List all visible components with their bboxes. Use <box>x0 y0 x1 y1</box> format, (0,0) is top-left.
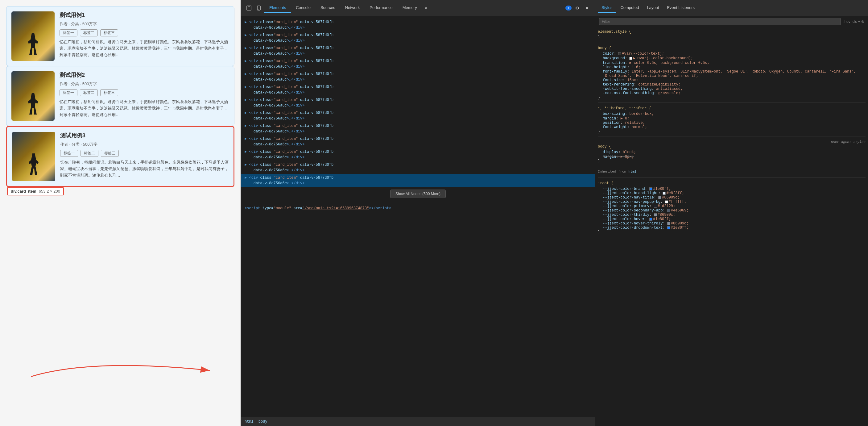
tab-memory[interactable]: Memory <box>398 3 422 13</box>
tab-elements[interactable]: Elements <box>265 3 291 13</box>
style-block: :root {--jjext-color-brand: #1e80ff;--jj… <box>598 181 866 237</box>
show-all-nodes-button[interactable]: Show All Nodes (500 More) <box>390 190 446 198</box>
style-property: color: ■var(--color-text); <box>603 52 866 56</box>
card-description: 忆在广陵初，移船问相识。君骑白马天上来，手把铜章好颜色。东风袅袅吹落花，下马邀予… <box>60 39 229 58</box>
card-image <box>11 71 55 121</box>
notification-badge: 1 <box>565 5 571 10</box>
elements-tree[interactable]: ▶ <div class="card_item" data-v-5877d0fb… <box>241 16 595 417</box>
svg-point-3 <box>258 9 259 9</box>
styles-filter-input[interactable] <box>599 18 841 25</box>
tree-row[interactable]: ▶ <div class="card_item" data-v-5877d0fb… <box>241 31 595 45</box>
tree-row[interactable]: ▶ <div class="card_item" data-v-5877d0fb… <box>241 148 595 161</box>
tree-html-closing <box>241 215 595 217</box>
style-block: element.style {} <box>598 30 866 42</box>
card-title: 测试用例2 <box>60 71 229 79</box>
tree-row-content: ▶ <div class="card_item" data-v-5877d0fb… <box>245 123 591 134</box>
breadcrumb-html[interactable]: html <box>245 420 253 424</box>
style-prop-name: -webkit-font-smoothing <box>603 87 651 91</box>
tree-row[interactable]: ▶ <div class="card_item" data-v-5877d0fb… <box>241 122 595 135</box>
color-swatch <box>649 218 652 221</box>
color-swatch <box>662 192 665 195</box>
card-image <box>12 132 55 181</box>
tree-row-content: ▶ <div class="card_item" data-v-5877d0fb… <box>245 84 591 95</box>
card-tag: 标签三 <box>100 89 118 96</box>
style-block-closing: } <box>598 230 866 234</box>
style-selector: *, *::before, *::after { <box>598 106 866 111</box>
script-src-link[interactable]: "/src/main.ts?t=1668996874873" <box>302 206 369 210</box>
card-description: 忆在广陵初，移船问相识。君骑白马天上来，手把铜章好颜色。东风袅袅吹落花，下马邀予… <box>60 99 229 118</box>
tree-row[interactable]: ▶ <div class="card_item" data-v-5877d0fb… <box>241 161 595 174</box>
style-block-closing: } <box>598 35 866 39</box>
card-tag: 标签二 <box>80 29 98 36</box>
style-prop-name: font-family <box>603 69 627 74</box>
style-property: line-height: 1.6; <box>603 65 866 69</box>
style-prop-name: line-height <box>603 65 627 69</box>
style-prop-name: transition <box>603 61 625 65</box>
style-property: font-weight: normal; <box>603 125 866 129</box>
style-property: --jjext-color-brand: #1e80ff; <box>603 187 866 191</box>
devtools-tab-list: Elements Console Sources Network Perform… <box>265 3 430 13</box>
style-property: font-size: 15px; <box>603 78 866 82</box>
style-prop-name: --jjext-color-nav-popup-bg <box>603 200 660 204</box>
tree-row-content: ▶ <div class="card_item" data-v-5877d0fb… <box>245 136 591 147</box>
tab-computed[interactable]: Computed <box>617 3 643 13</box>
tree-row-content: ▶ <div class="card_item" data-v-5877d0fb… <box>245 162 591 173</box>
tab-styles[interactable]: Styles <box>598 3 616 13</box>
style-prop-name: --jjext-color-brand-light <box>603 191 658 195</box>
element-tooltip: div.card_item653.2 × 200 <box>7 187 64 195</box>
tree-row-content: ▶ <div class="card_item" data-v-5877d0fb… <box>245 32 591 44</box>
card-tag: 标签三 <box>100 29 118 36</box>
style-property: --jjext-color-dropdown-text: #1e80ff; <box>603 226 866 230</box>
card-tags: 标签一标签二标签三 <box>60 29 229 36</box>
tree-row[interactable]: ▶ <div class="card_item" data-v-5877d0fb… <box>241 109 595 122</box>
color-swatch <box>667 209 670 212</box>
style-prop-name: margin <box>603 116 616 121</box>
devtools-toolbar: Elements Console Sources Network Perform… <box>241 0 595 16</box>
style-property: display: block; <box>603 150 866 154</box>
tab-performance[interactable]: Performance <box>365 3 397 13</box>
color-swatch <box>658 196 661 199</box>
selection-arrow <box>31 346 216 407</box>
device-toolbar-button[interactable] <box>254 4 263 12</box>
tree-row-content: ▶ <div class="card_item" data-v-5877d0fb… <box>245 149 591 160</box>
style-prop-name: display <box>603 150 618 154</box>
settings-button[interactable]: ⚙ <box>573 4 582 12</box>
style-prop-name: --jjext-color-thirdly <box>603 213 649 217</box>
tree-row-content: ▶ <div class="card_item" data-v-5877d0fb… <box>245 71 591 82</box>
tree-row-content: ▶ <div class="card_item" data-v-5877d0fb… <box>245 20 591 31</box>
style-prop-name: --jjext-color-hover <box>603 217 645 221</box>
tab-console[interactable]: Console <box>291 3 315 13</box>
tree-row[interactable]: ▶ <div class="card_item" data-v-5877d0fb… <box>241 174 595 187</box>
tab-network[interactable]: Network <box>340 3 365 13</box>
card-item-1: 测试用例1作者 · 分类 · 500万字标签一标签二标签三忆在广陵初，移船问相识… <box>6 6 235 66</box>
style-property: --jjext-color-hover: #1e80ff; <box>603 217 866 221</box>
style-property: --jjext-color-hover-thirdly: #86909c; <box>603 221 866 226</box>
tab-sources[interactable]: Sources <box>315 3 340 13</box>
tab-event-listeners[interactable]: Event Listeners <box>663 3 699 13</box>
card-image-silhouette <box>27 153 40 175</box>
style-selector: body { <box>598 144 866 149</box>
style-prop-name: color <box>603 52 614 56</box>
tab-layout[interactable]: Layout <box>643 3 662 13</box>
color-swatch <box>629 57 632 60</box>
tree-row[interactable]: ▶ <div class="card_item" data-v-5877d0fb… <box>241 83 595 96</box>
close-devtools-button[interactable]: ✕ <box>583 4 591 12</box>
tree-row[interactable]: ▶ <div class="card_item" data-v-5877d0fb… <box>241 45 595 57</box>
card-description: 忆在广陵初，移船问相识。君骑白马天上来，手把铜章好颜色。东风袅袅吹落花，下马邀予… <box>60 159 228 178</box>
tree-row[interactable]: ▶ <div class="card_item" data-v-5877d0fb… <box>241 96 595 109</box>
card-tag: 标签三 <box>101 150 119 157</box>
style-prop-name: margin: ▶ 8px; <box>603 155 634 159</box>
tree-row[interactable]: ▶ <div class="card_item" data-v-5877d0fb… <box>241 19 595 31</box>
card-tag: 标签一 <box>60 29 78 36</box>
style-block: *, *::before, *::after {box-sizing: bord… <box>598 106 866 137</box>
tree-row[interactable]: ▶ <div class="card_item" data-v-5877d0fb… <box>241 70 595 83</box>
style-block: Inherited from html <box>598 170 866 177</box>
breadcrumb-body[interactable]: body <box>258 420 268 424</box>
tree-row[interactable]: ▶ <div class="card_item" data-v-5877d0fb… <box>241 135 595 148</box>
tree-row[interactable]: ▶ <div class="card_item" data-v-5877d0fb… <box>241 57 595 70</box>
devtools-right-actions: 1 ⚙ ✕ <box>565 4 591 12</box>
color-swatch <box>618 52 621 55</box>
inspect-element-button[interactable] <box>245 4 253 12</box>
filter-hint: :hov .cls + ⊕ <box>843 20 864 24</box>
tab-more-button[interactable]: » <box>422 3 430 13</box>
